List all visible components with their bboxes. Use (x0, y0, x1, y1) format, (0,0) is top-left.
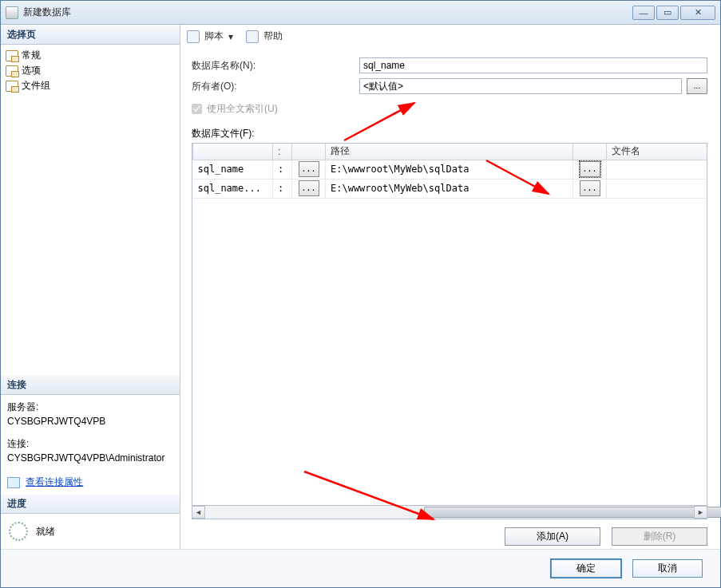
owner-label: 所有者(O): (192, 80, 359, 93)
owner-browse-button[interactable]: ... (687, 78, 707, 94)
app-icon (6, 6, 18, 19)
remove-button: 删除(R) (612, 527, 707, 546)
col-browse[interactable] (292, 144, 326, 160)
sidebar-item-options[interactable]: 选项 (6, 63, 175, 78)
sidebar-item-general[interactable]: 常规 (6, 48, 175, 63)
cell-filename[interactable] (607, 179, 708, 198)
cell-sep: : (273, 179, 292, 198)
server-label: 服务器: (7, 400, 173, 414)
scroll-right-icon[interactable]: ► (694, 506, 707, 519)
sidebar-item-label: 常规 (22, 49, 41, 62)
minimize-button[interactable]: — (632, 6, 655, 20)
cell-path[interactable]: E:\wwwroot\MyWeb\sqlData (326, 160, 573, 179)
cancel-button[interactable]: 取消 (632, 559, 703, 578)
col-filename[interactable]: 文件名 (607, 144, 708, 160)
table-row[interactable]: sql_name : ... E:\wwwroot\MyWeb\sqlData … (193, 160, 708, 179)
sidebar-item-label: 文件组 (22, 79, 50, 93)
col-logical[interactable] (193, 144, 273, 160)
close-button[interactable]: ✕ (680, 6, 715, 20)
table-row[interactable]: sql_name... : ... E:\wwwroot\MyWeb\sqlDa… (193, 179, 708, 198)
row-path-browse-button[interactable]: ... (580, 180, 600, 196)
maximize-button[interactable]: ▭ (656, 6, 679, 20)
view-connection-link[interactable]: 查看连接属性 (7, 475, 173, 489)
scroll-left-icon[interactable]: ◄ (192, 506, 205, 519)
sidebar-item-filegroups[interactable]: 文件组 (6, 78, 175, 93)
view-connection-label: 查看连接属性 (26, 476, 83, 487)
script-icon (187, 30, 200, 43)
page-icon (6, 50, 18, 61)
scroll-thumb[interactable] (424, 507, 721, 518)
cell-path[interactable]: E:\wwwroot\MyWeb\sqlData (326, 179, 573, 198)
connection-header: 连接 (1, 375, 180, 395)
page-icon (6, 81, 18, 92)
script-button[interactable]: 脚本 (204, 30, 224, 43)
cell-filename[interactable] (607, 160, 708, 179)
col-path[interactable]: 路径 (326, 144, 573, 160)
dbname-label: 数据库名称(N): (192, 59, 359, 73)
files-label: 数据库文件(F): (192, 127, 707, 140)
cell-logical[interactable]: sql_name (193, 160, 273, 179)
help-icon (246, 30, 259, 43)
row-path-browse-button[interactable]: ... (580, 161, 600, 177)
files-grid[interactable]: : 路径 文件名 sql_name : (192, 143, 707, 506)
col-pathbrowse[interactable] (573, 144, 607, 160)
connection-label: 连接: (7, 436, 173, 451)
script-dropdown[interactable]: ▾ (228, 31, 233, 42)
dbname-input[interactable] (359, 57, 707, 73)
page-icon (6, 65, 18, 77)
properties-icon (7, 477, 20, 488)
select-page-header: 选择页 (1, 25, 180, 45)
owner-input[interactable] (359, 78, 682, 94)
fulltext-checkbox (192, 104, 202, 114)
help-button[interactable]: 帮助 (263, 30, 283, 43)
col-sep[interactable]: : (273, 144, 292, 160)
horizontal-scrollbar[interactable]: ◄ ► (192, 506, 707, 519)
window-title: 新建数据库 (23, 6, 632, 19)
dialog-button-bar: 确定 取消 (1, 549, 720, 587)
fulltext-label: 使用全文索引(U) (207, 102, 278, 116)
progress-header: 进度 (1, 494, 180, 514)
row-browse-button[interactable]: ... (299, 161, 319, 177)
sidebar-item-label: 选项 (22, 64, 41, 77)
row-browse-button[interactable]: ... (299, 180, 319, 196)
cell-logical[interactable]: sql_name... (193, 179, 273, 198)
server-value: CYSBGPRJWTQ4VPB (7, 414, 173, 428)
add-button[interactable]: 添加(A) (505, 527, 600, 546)
cell-sep: : (273, 160, 292, 179)
title-bar: 新建数据库 — ▭ ✕ (1, 1, 720, 25)
progress-spinner-icon (9, 522, 28, 541)
progress-status: 就绪 (36, 525, 55, 539)
ok-button[interactable]: 确定 (551, 559, 621, 578)
content-area: 脚本 ▾ 帮助 数据库名称(N): 所有者(O): ... (180, 25, 720, 549)
toolbar: 脚本 ▾ 帮助 (187, 28, 712, 48)
connection-value: CYSBGPRJWTQ4VPB\Administrator (7, 451, 173, 465)
sidebar: 选择页 常规 选项 文件组 (1, 25, 180, 549)
